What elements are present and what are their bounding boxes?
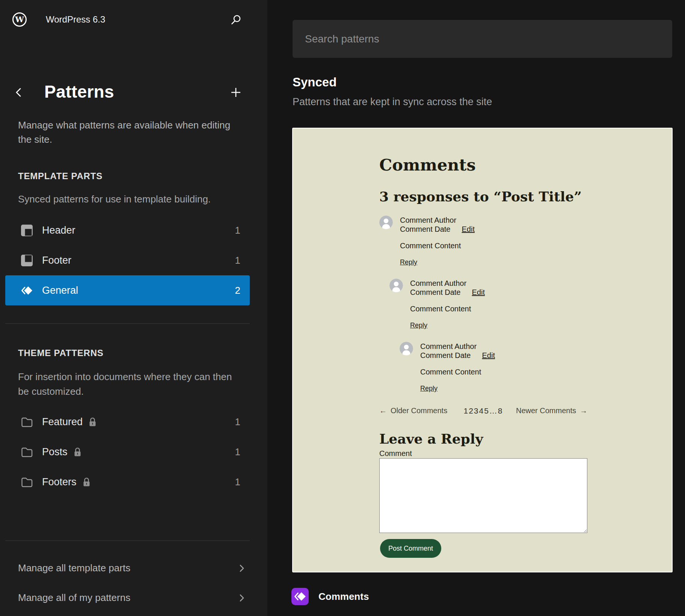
manage-links: Manage all template parts Manage all of …	[5, 553, 250, 613]
pattern-preview-card[interactable]: Comments 3 responses to “Post Title” Com…	[292, 128, 673, 572]
comment-date: Comment Date	[420, 351, 471, 360]
symbol-icon	[294, 590, 306, 603]
comment-content: Comment Content	[410, 304, 485, 313]
avatar	[379, 216, 393, 229]
comment-item: Comment Author Comment Date Edit Comment…	[389, 279, 587, 330]
post-comment-button: Post Comment	[380, 539, 441, 558]
plus-icon	[230, 86, 242, 98]
arrow-right-icon: →	[580, 406, 587, 415]
sidebar-description: Manage what patterns are available when …	[18, 118, 231, 146]
comment-list: Comment Author Comment Date Edit Comment…	[379, 216, 587, 405]
comment-date: Comment Date	[400, 225, 451, 234]
count-badge: 1	[235, 416, 240, 428]
avatar	[400, 342, 413, 355]
count-badge: 2	[235, 285, 240, 296]
chevron-right-icon	[236, 563, 247, 574]
sidebar-item-label: Posts	[42, 446, 68, 458]
count-badge: 1	[235, 476, 240, 488]
sidebar-item-label: Footers	[42, 476, 77, 488]
patterns-content: Synced Patterns that are kept in sync ac…	[267, 0, 685, 616]
older-comments-link: ← Older Comments	[379, 406, 447, 415]
chevron-left-icon	[13, 86, 24, 99]
comment-content: Comment Content	[420, 367, 495, 376]
sidebar-divider	[5, 541, 250, 541]
sidebar-item-featured[interactable]: Featured 1	[5, 407, 250, 437]
search-input[interactable]	[293, 20, 672, 58]
footer-template-icon	[21, 254, 33, 267]
section-subtitle: Patterns that are kept in sync across th…	[293, 96, 492, 108]
pattern-item-title: Comments	[318, 591, 369, 602]
chevron-right-icon	[236, 592, 247, 604]
comment-author: Comment Author	[420, 342, 495, 351]
edit-link: Edit	[482, 351, 495, 360]
reply-link: Reply	[420, 384, 438, 393]
sidebar-item-header[interactable]: Header 1	[5, 215, 250, 245]
sidebar-item-general[interactable]: General 2	[5, 275, 250, 305]
lock-icon	[74, 447, 81, 457]
wordpress-logo: W	[12, 12, 27, 27]
sidebar-item-footers[interactable]: Footers 1	[5, 467, 250, 497]
lock-icon	[89, 417, 97, 427]
template-parts-description: Synced patterns for use in template buil…	[18, 192, 232, 207]
patterns-sidebar: W WordPress 6.3 Patterns Manage what pat…	[0, 0, 267, 616]
leave-reply-heading: Leave a Reply	[379, 431, 483, 447]
sidebar-search-button[interactable]	[228, 12, 244, 28]
comments-pagination: ← Older Comments 12345…8 Newer Comments …	[379, 406, 587, 415]
newer-comments-link: Newer Comments →	[516, 406, 587, 415]
folder-icon	[21, 446, 33, 458]
comment-author: Comment Author	[400, 216, 475, 225]
comment-item: Comment Author Comment Date Edit Comment…	[400, 342, 587, 393]
reply-link: Reply	[410, 321, 427, 330]
comment-author: Comment Author	[410, 279, 485, 288]
section-title: Synced	[293, 75, 336, 89]
comments-title: Comments	[379, 156, 476, 174]
comments-pattern-preview: Comments 3 responses to “Post Title” Com…	[379, 128, 587, 572]
manage-all-template-parts-link[interactable]: Manage all template parts	[5, 553, 250, 583]
app-title: WordPress 6.3	[46, 14, 105, 25]
header-template-icon	[21, 224, 33, 237]
edit-link: Edit	[472, 288, 485, 297]
lock-icon	[83, 477, 91, 487]
template-parts-list: Header 1 Footer 1 General 2	[5, 215, 250, 305]
count-badge: 1	[235, 225, 240, 236]
sidebar-item-footer[interactable]: Footer 1	[5, 245, 250, 275]
theme-patterns-list: Featured 1 Posts	[5, 407, 250, 497]
comment-item: Comment Author Comment Date Edit Comment…	[379, 216, 587, 267]
add-pattern-button[interactable]	[228, 84, 244, 101]
comment-field-label: Comment	[379, 449, 412, 458]
template-parts-heading: TEMPLATE PARTS	[18, 171, 103, 181]
sidebar-item-label: Featured	[42, 416, 83, 428]
theme-patterns-description: For insertion into documents where they …	[18, 370, 232, 399]
theme-patterns-heading: THEME PATTERNS	[18, 348, 104, 358]
avatar	[389, 279, 403, 292]
folder-icon	[21, 416, 33, 428]
count-badge: 1	[235, 446, 240, 458]
page-title: Patterns	[44, 82, 114, 102]
sidebar-divider	[5, 323, 250, 324]
sidebar-item-posts[interactable]: Posts 1	[5, 437, 250, 467]
comment-textarea	[379, 458, 587, 533]
comment-content: Comment Content	[400, 241, 475, 250]
edit-link: Edit	[462, 225, 475, 234]
count-badge: 1	[235, 255, 240, 266]
sidebar-item-label: Header	[42, 225, 75, 236]
back-button[interactable]	[11, 85, 26, 100]
folder-icon	[21, 476, 33, 488]
sidebar-item-label: Footer	[42, 255, 71, 266]
comment-date: Comment Date	[410, 288, 461, 297]
svg-text:W: W	[15, 15, 24, 24]
arrow-left-icon: ←	[379, 406, 387, 415]
responses-heading: 3 responses to “Post Title”	[379, 189, 582, 204]
reply-link: Reply	[400, 258, 417, 267]
search-icon	[229, 14, 242, 26]
pattern-symbol-tile	[291, 588, 309, 605]
manage-all-my-patterns-link[interactable]: Manage all of my patterns	[5, 583, 250, 613]
search-box	[293, 20, 672, 58]
symbol-icon	[21, 284, 33, 297]
page-numbers: 12345…8	[463, 406, 503, 415]
sidebar-item-label: General	[42, 285, 78, 296]
